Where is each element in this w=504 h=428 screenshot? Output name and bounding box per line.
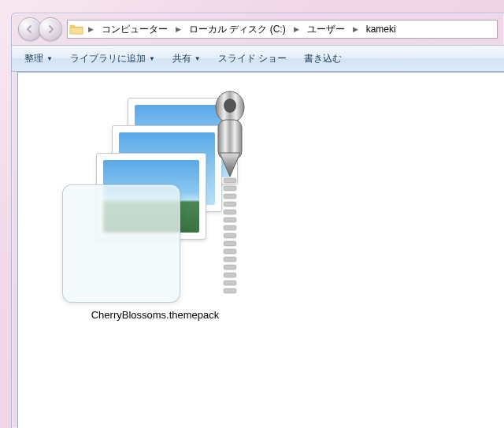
nav-buttons — [18, 17, 62, 41]
svg-rect-6 — [224, 202, 236, 207]
slideshow-button[interactable]: スライド ショー — [210, 49, 295, 69]
titlebar: ▶ コンピューター ▶ ローカル ディスク (C:) ▶ ユーザー ▶ kame… — [12, 13, 504, 45]
themepack-icon — [45, 98, 265, 303]
breadcrumb-drive-c[interactable]: ローカル ディスク (C:) — [186, 21, 289, 38]
chevron-right-icon: ▶ — [87, 25, 95, 33]
svg-rect-3 — [224, 178, 236, 183]
add-to-library-label: ライブラリに追加 — [70, 52, 146, 65]
svg-rect-5 — [224, 194, 236, 199]
chevron-down-icon: ▼ — [195, 55, 201, 62]
svg-rect-8 — [224, 218, 236, 222]
svg-rect-11 — [224, 241, 236, 246]
svg-rect-15 — [224, 273, 236, 277]
organize-label: 整理 — [24, 52, 43, 65]
share-label: 共有 — [172, 52, 191, 65]
share-menu[interactable]: 共有 ▼ — [165, 49, 209, 69]
svg-point-1 — [224, 99, 236, 113]
svg-rect-10 — [224, 233, 236, 238]
svg-rect-9 — [224, 225, 236, 230]
svg-rect-13 — [224, 257, 236, 262]
burn-label: 書き込む — [304, 52, 342, 65]
svg-rect-14 — [224, 265, 236, 270]
toolbar: 整理 ▼ ライブラリに追加 ▼ 共有 ▼ スライド ショー 書き込む — [12, 45, 504, 72]
breadcrumb-computer[interactable]: コンピューター — [98, 21, 171, 38]
chevron-down-icon: ▼ — [46, 55, 53, 62]
svg-rect-12 — [224, 249, 236, 254]
forward-button[interactable] — [39, 17, 62, 41]
breadcrumb-user[interactable]: kameki — [363, 22, 399, 36]
chevron-right-icon: ▶ — [174, 25, 183, 33]
svg-rect-16 — [224, 281, 236, 285]
address-bar[interactable]: ▶ コンピューター ▶ ローカル ディスク (C:) ▶ ユーザー ▶ kame… — [67, 20, 498, 39]
organize-menu[interactable]: 整理 ▼ — [17, 49, 61, 69]
svg-rect-4 — [224, 186, 236, 191]
zipper-icon — [202, 90, 258, 311]
burn-button[interactable]: 書き込む — [296, 49, 350, 69]
folder-icon — [69, 23, 83, 35]
chevron-down-icon: ▼ — [149, 55, 155, 62]
chevron-right-icon: ▶ — [292, 25, 301, 33]
svg-rect-7 — [224, 210, 236, 214]
slideshow-label: スライド ショー — [218, 52, 287, 65]
back-arrow-icon — [25, 24, 35, 34]
content-pane[interactable]: CherryBlossoms.themepack — [17, 72, 504, 428]
add-to-library-menu[interactable]: ライブラリに追加 ▼ — [62, 49, 163, 69]
file-item[interactable]: CherryBlossoms.themepack — [37, 91, 273, 327]
explorer-window: ▶ コンピューター ▶ ローカル ディスク (C:) ▶ ユーザー ▶ kame… — [11, 13, 504, 428]
breadcrumb-users[interactable]: ユーザー — [304, 21, 348, 38]
chevron-right-icon: ▶ — [351, 25, 360, 33]
file-name-label: CherryBlossoms.themepack — [91, 309, 220, 321]
forward-arrow-icon — [46, 24, 55, 34]
svg-rect-17 — [224, 288, 236, 293]
